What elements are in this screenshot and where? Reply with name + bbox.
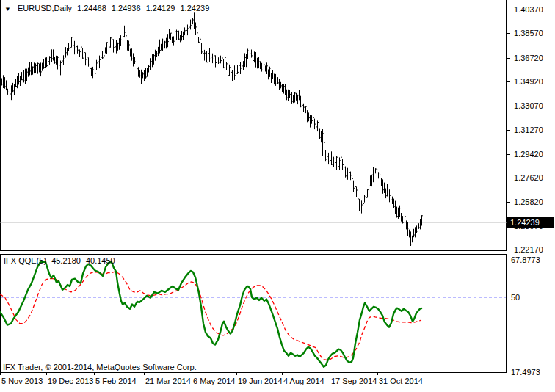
indicator-fast-value: 45.2180: [51, 256, 81, 265]
time-axis-tick: [282, 373, 283, 375]
time-axis-label: 21 Mar 2014: [145, 377, 191, 385]
time-axis-label: 6 May 2014: [193, 377, 235, 385]
time-axis-label: 4 Aug 2014: [283, 377, 324, 385]
symbol-period-label: EURUSD,Daily: [18, 4, 72, 12]
price-axis-label: 1.25820: [514, 197, 554, 206]
quote-high: 1.24936: [112, 4, 141, 12]
price-axis-tick: [507, 178, 510, 178]
indicator-header: IFX QQE(5) 45.2180 40.1450: [4, 256, 118, 265]
main-chart-area[interactable]: [0, 0, 507, 251]
price-axis-tick: [507, 106, 510, 106]
copyright-text: IFX Trader, © 2001-2014, MetaQuotes Soft…: [3, 363, 197, 371]
price-axis-tick: [507, 130, 510, 131]
quote-low: 1.24129: [146, 4, 175, 12]
time-axis-tick: [192, 373, 192, 375]
time-axis-label: 19 Jun 2014: [238, 377, 283, 385]
time-axis-label: 19 Dec 2013: [48, 377, 93, 385]
quote-open: 1.24468: [77, 4, 106, 12]
time-axis-tick: [0, 373, 1, 375]
current-price-value: 1.24239: [510, 218, 540, 227]
price-axis-label: 1.29420: [514, 150, 554, 159]
price-axis-label: 1.31270: [514, 126, 554, 134]
price-axis-label: 1.36720: [514, 54, 554, 62]
time-axis-tick: [144, 373, 145, 375]
price-axis-tick: [507, 202, 510, 203]
price-axis-label: 1.33070: [514, 101, 554, 110]
indicator-name: IFX QQE(5): [4, 256, 46, 265]
price-axis-label: 1.38570: [514, 29, 554, 37]
price-axis-tick: [507, 250, 510, 250]
time-axis-tick: [46, 373, 47, 375]
price-axis-tick: [507, 154, 510, 155]
time-axis-tick: [236, 373, 237, 375]
time-axis-label: 5 Nov 2013: [1, 377, 43, 385]
indicator-axis-label: 50: [511, 293, 551, 302]
chart-dropdown-icon[interactable]: ▼: [4, 6, 11, 12]
price-axis-tick: [507, 10, 510, 10]
current-price-box: 1.24239: [507, 217, 554, 228]
time-axis-tick: [330, 373, 330, 375]
price-axis-label: 1.27620: [514, 173, 554, 182]
time-axis-tick: [377, 373, 378, 375]
time-axis-label: 31 Oct 2014: [379, 377, 423, 385]
price-axis-tick: [507, 81, 510, 82]
price-axis-label: 1.22170: [514, 245, 554, 254]
time-axis-label: 17 Sep 2014: [331, 377, 377, 385]
chart-window: ▼ EURUSD,Daily 1.24468 1.24936 1.24129 1…: [0, 0, 555, 392]
price-axis-label: 1.40370: [514, 5, 554, 14]
chart-header: ▼ EURUSD,Daily 1.24468 1.24936 1.24129 1…: [4, 4, 212, 12]
price-axis-tick: [507, 58, 510, 59]
indicator-chart-area[interactable]: [0, 254, 507, 373]
indicator-axis-label: 67.8773: [511, 255, 551, 264]
time-axis-label: 5 Feb 2014: [95, 377, 137, 385]
quote-close: 1.24239: [181, 4, 210, 12]
price-axis-tick: [507, 33, 510, 34]
indicator-signal-value: 40.1450: [86, 256, 115, 265]
indicator-axis-label: 17.4973: [511, 368, 551, 377]
time-axis-tick: [94, 373, 95, 375]
price-axis-label: 1.34920: [514, 77, 554, 86]
